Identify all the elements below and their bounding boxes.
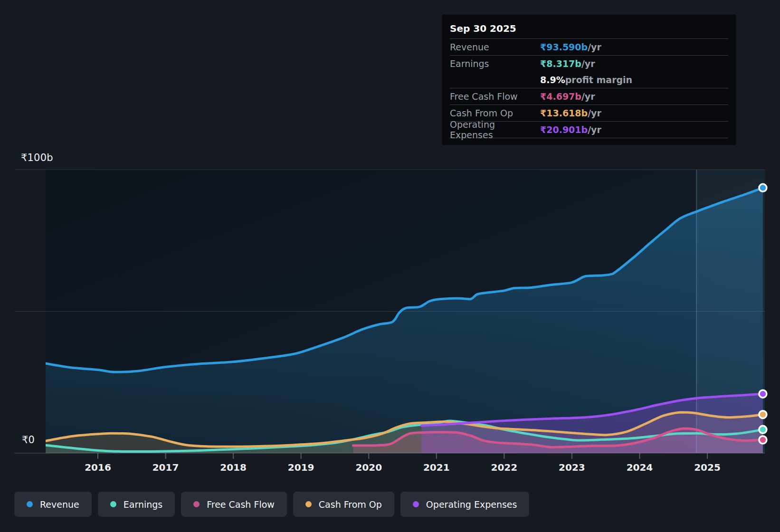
legend-item-cash-from-op[interactable]: Cash From Op (293, 492, 394, 517)
x-tick-label-2020: 2020 (347, 462, 390, 473)
tooltip-rows: Revenue₹93.590b /yrEarnings₹8.317b /yr8.… (450, 39, 728, 138)
profit-margin-value: 8.9% (540, 75, 565, 85)
y-axis-label-100b: ₹100b (21, 152, 53, 163)
operating-expenses-dot-icon (413, 501, 419, 507)
free-cash-flow-dot-icon (193, 501, 200, 507)
cash-from-op-dot-icon (305, 501, 312, 507)
chart-legend: RevenueEarningsFree Cash FlowCash From O… (14, 492, 529, 517)
operating-expenses-end-dot[interactable] (759, 390, 767, 398)
tooltip-value-suffix: /yr (588, 42, 601, 52)
legend-label: Revenue (40, 499, 79, 510)
tooltip-label: Earnings (450, 58, 540, 69)
financial-history-page: ₹100b ₹0 2016201720182019202020212022202… (0, 0, 780, 532)
tooltip-row-free-cash-flow: Free Cash Flow₹4.697b /yr (450, 88, 728, 104)
legend-label: Free Cash Flow (207, 499, 275, 510)
tooltip-date: Sep 30 2025 (450, 19, 728, 39)
y-axis-label-0: ₹0 (22, 434, 35, 446)
highlight-band (696, 170, 765, 453)
tooltip-value-suffix: /yr (581, 58, 595, 69)
legend-item-revenue[interactable]: Revenue (14, 492, 92, 517)
legend-label: Operating Expenses (426, 499, 517, 510)
tooltip-value: ₹93.590b (540, 42, 588, 52)
x-tick-label-2023: 2023 (551, 462, 593, 473)
legend-label: Earnings (124, 499, 162, 510)
tooltip-row-earnings: Earnings₹8.317b /yr (450, 55, 728, 72)
tooltip-value: ₹20.901b (540, 124, 588, 135)
chart-tooltip: Sep 30 2025 Revenue₹93.590b /yrEarnings₹… (442, 14, 736, 145)
tooltip-value-suffix: /yr (588, 108, 601, 118)
revenue-dot-icon (27, 501, 33, 507)
tooltip-label: Free Cash Flow (450, 91, 540, 102)
x-tick-label-2016: 2016 (76, 462, 119, 473)
earnings-end-dot[interactable] (759, 426, 767, 433)
revenue-end-dot[interactable] (759, 184, 767, 191)
tooltip-value: ₹4.697b (540, 91, 581, 102)
legend-label: Cash From Op (319, 499, 382, 510)
x-tick-label-2024: 2024 (618, 462, 661, 473)
legend-item-free-cash-flow[interactable]: Free Cash Flow (181, 492, 287, 517)
x-tick-label-2025: 2025 (686, 462, 729, 473)
x-tick-label-2022: 2022 (483, 462, 525, 473)
earnings-dot-icon (110, 501, 116, 507)
x-tick-label-2017: 2017 (144, 462, 187, 473)
tooltip-row-cash-from-op: Cash From Op₹13.618b /yr (450, 104, 728, 121)
tooltip-value: ₹13.618b (540, 108, 588, 118)
profit-margin-text: profit margin (565, 75, 632, 85)
legend-item-operating-expenses[interactable]: Operating Expenses (400, 492, 530, 517)
x-tick-label-2021: 2021 (415, 462, 458, 473)
x-tick-label-2018: 2018 (212, 462, 255, 473)
tooltip-label: Revenue (450, 42, 540, 52)
tooltip-row-operating-expenses: Operating Expenses₹20.901b /yr (450, 121, 728, 138)
tooltip-value-suffix: /yr (588, 124, 601, 135)
free-cash-flow-end-dot[interactable] (759, 436, 767, 444)
tooltip-row-profit-margin: 8.9% profit margin (450, 72, 728, 88)
tooltip-label: Operating Expenses (450, 119, 540, 140)
x-tick-label-2019: 2019 (280, 462, 323, 473)
tooltip-row-revenue: Revenue₹93.590b /yr (450, 39, 728, 55)
legend-item-earnings[interactable]: Earnings (98, 492, 175, 517)
cash-from-op-end-dot[interactable] (759, 411, 767, 418)
tooltip-value: ₹8.317b (540, 58, 581, 69)
tooltip-value-suffix: /yr (581, 91, 595, 102)
tooltip-label: Cash From Op (450, 108, 540, 118)
